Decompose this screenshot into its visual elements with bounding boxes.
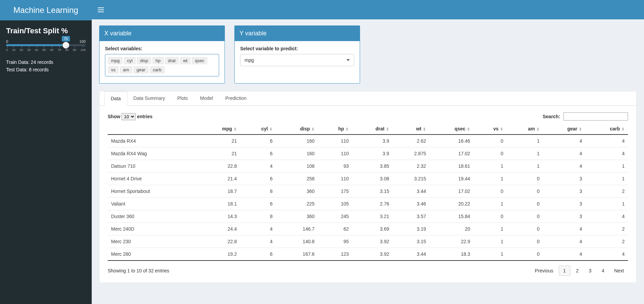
page-3[interactable]: 3: [585, 266, 596, 276]
cell: 1: [507, 135, 543, 147]
cell: 22.8: [198, 160, 240, 173]
tab-model[interactable]: Model: [194, 91, 219, 105]
cell: 1: [473, 160, 507, 173]
cell: 0: [473, 210, 507, 223]
cell: 0: [507, 235, 543, 248]
page-4[interactable]: 4: [597, 266, 609, 276]
page-next[interactable]: Next: [610, 266, 628, 275]
cell: 2.32: [393, 160, 430, 173]
slider-tick: 80: [65, 48, 69, 52]
sort-icon: ▲▼: [500, 127, 503, 131]
x-variable-chips[interactable]: mpgcyldisphpdratwtqsecvsamgearcarb: [105, 54, 219, 76]
col-disp[interactable]: disp▲▼: [276, 123, 318, 135]
cell: 22.8: [198, 235, 240, 248]
slider-value-badge: 75: [61, 36, 70, 41]
cell: 0: [507, 173, 543, 185]
topbar: [92, 0, 644, 19]
col-carb[interactable]: carb▲▼: [586, 123, 628, 135]
search-input[interactable]: [564, 112, 628, 121]
cell: 167.6: [276, 248, 318, 261]
cell: 360: [276, 185, 318, 198]
x-chip-vs[interactable]: vs: [108, 66, 119, 73]
cell: 6: [240, 198, 276, 210]
cell: 3.15: [352, 185, 393, 198]
sort-icon: ▲▼: [621, 127, 625, 131]
cell: 3.92: [352, 235, 393, 248]
cell: 1: [507, 160, 543, 173]
cell: 3.15: [393, 235, 430, 248]
col-drat[interactable]: drat▲▼: [352, 123, 393, 135]
tab-plots[interactable]: Plots: [171, 91, 194, 105]
x-chip-disp[interactable]: disp: [137, 57, 151, 64]
cell: 3: [543, 210, 586, 223]
cell: 2: [586, 223, 628, 235]
tab-prediction[interactable]: Prediction: [219, 91, 252, 105]
x-chip-am[interactable]: am: [120, 66, 132, 73]
table-row: Datsun 71022.84108933.852.3218.611141: [108, 160, 628, 173]
y-variable-select[interactable]: mpg: [240, 54, 354, 66]
cell: 17.02: [429, 185, 473, 198]
slider-track[interactable]: 75: [6, 44, 86, 46]
y-variable-box: Y variable Select variable to predict: m…: [234, 25, 360, 84]
cell: 19.2: [198, 248, 240, 261]
sort-icon: ▲▼: [423, 127, 426, 131]
table-row: Hornet Sportabout18.783601753.153.4417.0…: [108, 185, 628, 198]
page-1[interactable]: 1: [559, 266, 570, 276]
page-previous[interactable]: Previous: [531, 266, 557, 275]
x-chip-hp[interactable]: hp: [153, 57, 163, 64]
cell: 4: [543, 248, 586, 261]
col-wt[interactable]: wt▲▼: [393, 123, 430, 135]
page-2[interactable]: 2: [572, 266, 583, 276]
search-label: Search:: [543, 114, 560, 119]
x-chip-gear[interactable]: gear: [133, 66, 148, 73]
col-cyl[interactable]: cyl▲▼: [240, 123, 276, 135]
cell: 22.9: [429, 235, 473, 248]
length-select[interactable]: 10: [122, 113, 136, 120]
slider-handle[interactable]: [62, 42, 69, 49]
hamburger-icon[interactable]: [98, 7, 104, 12]
cell: 225: [276, 198, 318, 210]
cell: Datsun 710: [108, 160, 198, 173]
main-panel: DataData SummaryPlotsModelPrediction Sho…: [99, 91, 637, 283]
table-row: Valiant18.162251052.763.4620.221031: [108, 198, 628, 210]
x-chip-qsec[interactable]: qsec: [192, 57, 207, 64]
col-qsec[interactable]: qsec▲▼: [429, 123, 473, 135]
cell: 4: [240, 223, 276, 235]
cell: 0: [507, 223, 543, 235]
slider-tick: 60: [50, 48, 53, 52]
sort-icon: ▲▼: [311, 127, 315, 131]
cell: 8: [240, 210, 276, 223]
cell: 20.22: [429, 198, 473, 210]
cell: 3.9: [352, 147, 393, 160]
cell: 123: [318, 248, 352, 261]
split-slider[interactable]: 0 100 75 0102030405060708090100: [6, 39, 86, 52]
cell: 160: [276, 147, 318, 160]
y-box-label: Select variable to predict:: [240, 46, 354, 51]
search-control: Search:: [543, 112, 628, 121]
slider-tick: 20: [20, 48, 23, 52]
col-vs[interactable]: vs▲▼: [473, 123, 507, 135]
table-row: Merc 28019.26167.61233.923.4418.31044: [108, 248, 628, 261]
col-hp[interactable]: hp▲▼: [318, 123, 352, 135]
sort-icon: ▲▼: [386, 127, 389, 131]
x-chip-mpg[interactable]: mpg: [108, 57, 123, 64]
sort-icon: ▲▼: [579, 127, 582, 131]
cell: 1: [473, 198, 507, 210]
col-name[interactable]: [108, 123, 198, 135]
sort-icon: ▲▼: [536, 127, 540, 131]
tab-data[interactable]: Data: [104, 91, 127, 106]
cell: Valiant: [108, 198, 198, 210]
x-chip-drat[interactable]: drat: [165, 57, 179, 64]
cell: 20: [429, 223, 473, 235]
cell: Mazda RX4: [108, 135, 198, 147]
col-gear[interactable]: gear▲▼: [543, 123, 586, 135]
cell: 1: [586, 160, 628, 173]
cell: Hornet Sportabout: [108, 185, 198, 198]
x-chip-wt[interactable]: wt: [180, 57, 191, 64]
col-am[interactable]: am▲▼: [507, 123, 543, 135]
x-chip-carb[interactable]: carb: [150, 66, 164, 73]
cell: 105: [318, 198, 352, 210]
col-mpg[interactable]: mpg▲▼: [198, 123, 240, 135]
x-chip-cyl[interactable]: cyl: [124, 57, 136, 64]
tab-data-summary[interactable]: Data Summary: [127, 91, 171, 105]
